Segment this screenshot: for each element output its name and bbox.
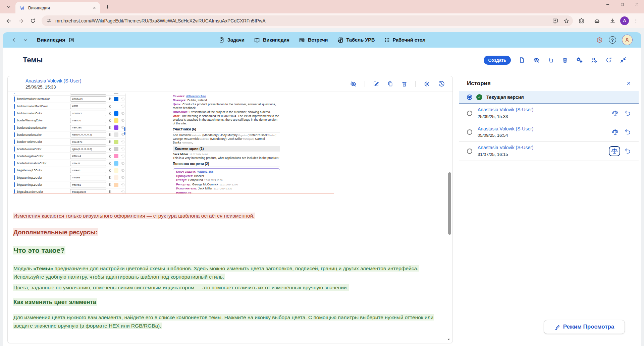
- topbar-nav: Задачи Википедия Встречи Табель УРВ Рабо…: [219, 37, 426, 43]
- collapse-button[interactable]: [620, 57, 627, 63]
- delete-doc-button[interactable]: [401, 81, 408, 87]
- open-external-button[interactable]: [68, 37, 74, 43]
- trash-icon: [562, 57, 568, 63]
- screenshot-theme-table: btnInformationHoverColor #0064d9 btnInfo…: [13, 94, 126, 193]
- participant-separator: ;: [192, 141, 193, 144]
- field-label: Итог:: [173, 114, 180, 118]
- delete-button[interactable]: [562, 57, 568, 63]
- url-text[interactable]: mrr.hxehost.com/#/WikiPageEdit/ThemesRU/…: [55, 18, 548, 23]
- nav-item-meetings[interactable]: Встречи: [299, 37, 328, 43]
- restore-icon: [121, 119, 125, 122]
- back-button[interactable]: [3, 15, 14, 26]
- hide-button[interactable]: [533, 57, 540, 64]
- color-swatch: [114, 140, 118, 144]
- eye-off-icon: [533, 57, 540, 64]
- url-bar[interactable]: mrr.hxehost.com/#/WikiPageEdit/ThemesRU/…: [42, 15, 573, 26]
- radio-unselected[interactable]: [467, 111, 472, 116]
- color-value-input: #fff8d6: [70, 168, 106, 173]
- color-row-label: borderNeutralColor: [17, 148, 70, 151]
- history-button[interactable]: [438, 80, 445, 88]
- compare-versions-button[interactable]: [610, 127, 620, 137]
- bookmark-star-icon[interactable]: [563, 18, 570, 24]
- field-date: 17.07.2024 13:30: [214, 187, 232, 190]
- edit-doc-button[interactable]: [373, 80, 379, 87]
- tab-close-button[interactable]: [91, 5, 97, 11]
- app-window: Википедия Задачи Википедия Встречи Табел…: [3, 32, 641, 346]
- color-row: borderSubSectionColor #8f42ec: [13, 124, 125, 131]
- nav-item-tasks[interactable]: Задачи: [219, 37, 245, 43]
- version-actions: [609, 146, 631, 156]
- nav-back-button[interactable]: [11, 37, 17, 43]
- radio-unselected[interactable]: [467, 149, 472, 154]
- paragraph-2: Цвета, заданные по умолчанию, отмечены с…: [13, 283, 446, 292]
- version-author-link[interactable]: Anastasia Volovik (S-User): [478, 107, 534, 113]
- doc-settings-button[interactable]: [423, 80, 430, 88]
- color-value-input: rgba(0, 0, 0, 0.2): [70, 147, 106, 152]
- site-info-icon[interactable]: [46, 18, 52, 23]
- settings-pair-button[interactable]: [576, 57, 583, 64]
- author-block: Anastasia Volovik (S-User) 25/09/25, 15:…: [25, 78, 82, 90]
- create-button[interactable]: Создать: [484, 56, 511, 65]
- version-author-link[interactable]: Anastasia Volovik (S-User): [478, 126, 534, 132]
- radio-selected[interactable]: [467, 95, 472, 100]
- nav-dropdown-button[interactable]: [23, 37, 28, 43]
- brand-hexagon-icon[interactable]: [596, 37, 603, 44]
- history-version-row[interactable]: Anastasia Volovik (S-User) 05/09/25, 16:…: [459, 123, 639, 142]
- view-mode-button[interactable]: Режим Просмотра: [544, 320, 625, 334]
- agenda-heading: Повестка встречи (2): [173, 162, 280, 167]
- extensions-icon[interactable]: [578, 18, 585, 24]
- version-author-link[interactable]: Anastasia Volovik (S-User): [478, 145, 534, 151]
- actions-divider: [415, 81, 416, 87]
- user-settings-button[interactable]: [591, 57, 598, 64]
- current-version-label: Текущая версия: [486, 95, 524, 100]
- compare-versions-button[interactable]: [609, 146, 620, 156]
- agenda-field: Вопрос #1:: [176, 191, 277, 194]
- history-version-row[interactable]: Anastasia Volovik (S-User) 25/09/25, 15:…: [459, 104, 639, 123]
- scroll-down-arrow[interactable]: [447, 337, 451, 341]
- minimize-button[interactable]: [605, 2, 610, 7]
- close-window-button[interactable]: [635, 2, 639, 7]
- incognito-icon[interactable]: [594, 17, 600, 24]
- author-link[interactable]: Anastasia Volovik (S-User): [25, 78, 82, 84]
- agenda-field: Статус:Completed17.07.2024 13:00: [176, 178, 277, 182]
- help-icon[interactable]: ?: [609, 36, 616, 44]
- undo-icon: [625, 129, 631, 135]
- new-page-button[interactable]: [519, 57, 525, 63]
- nav-item-desktop[interactable]: Рабочий стол: [384, 37, 425, 43]
- color-value-input: transparent: [70, 189, 106, 193]
- copy-doc-button[interactable]: [387, 81, 393, 87]
- app-topbar: Википедия Задачи Википедия Встречи Табел…: [3, 32, 641, 48]
- install-app-icon[interactable]: [552, 18, 558, 24]
- field-label: Вопрос #1:: [176, 191, 193, 194]
- downloads-icon[interactable]: [609, 18, 616, 24]
- nav-item-wiki[interactable]: Википедия: [254, 37, 289, 43]
- doc-scrollbar-thumb[interactable]: [448, 172, 451, 235]
- browser-tab[interactable]: Википедия: [15, 2, 100, 13]
- default-indicator-bar: [14, 111, 15, 116]
- maximize-button[interactable]: [620, 2, 625, 7]
- edit-icon: [373, 80, 379, 87]
- nav-item-timesheet[interactable]: Табель УРВ: [337, 37, 375, 43]
- user-avatar[interactable]: [622, 35, 633, 45]
- menu-kebab-icon[interactable]: [633, 18, 639, 23]
- radio-unselected[interactable]: [467, 129, 472, 135]
- field-label: Цель:: [173, 103, 181, 106]
- participant-role: Moderator: [200, 138, 210, 140]
- browser-profile-avatar[interactable]: A: [620, 16, 629, 25]
- forward-button[interactable]: [15, 15, 26, 26]
- agenda-field: Исполнитель:Jack Miller17.07.2024 13:30: [176, 187, 277, 190]
- history-close-button[interactable]: [626, 81, 631, 86]
- hide-doc-button[interactable]: [350, 80, 357, 88]
- restore-version-button[interactable]: [625, 129, 631, 135]
- reload-button[interactable]: [28, 15, 38, 26]
- compare-versions-button[interactable]: [610, 108, 620, 118]
- history-version-row[interactable]: Anastasia Volovik (S-User) 31/07/25, 16:…: [459, 142, 639, 161]
- history-current-version-row[interactable]: ✓ Текущая версия: [459, 91, 639, 104]
- refresh-button[interactable]: [605, 57, 612, 63]
- restore-version-button[interactable]: [625, 110, 631, 117]
- tab-search-button[interactable]: [4, 2, 13, 12]
- participants-line: Ann HamiltonModerator (Mandatory); Jody …: [173, 133, 280, 145]
- copy-button[interactable]: [548, 57, 554, 63]
- restore-version-button[interactable]: [625, 148, 631, 155]
- new-tab-button[interactable]: [103, 2, 112, 11]
